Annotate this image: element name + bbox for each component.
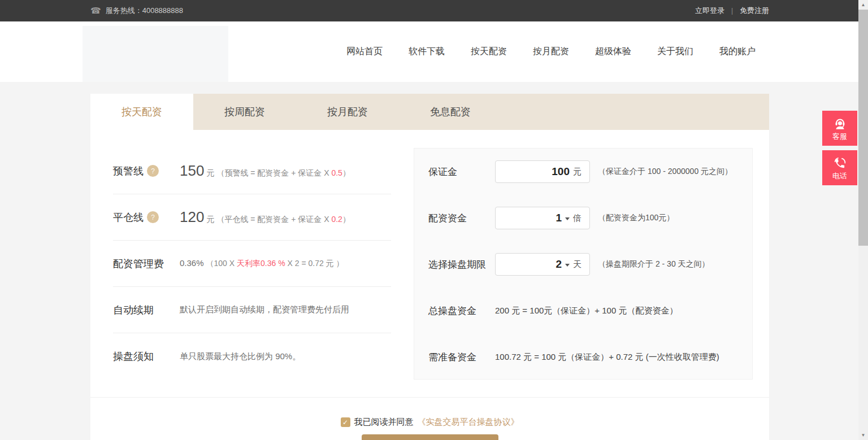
prepare-funds-row: 需准备资金 100.72 元 = 100 元（保证金）+ 0.72 元 (一次性… — [428, 334, 752, 380]
period-hint: （操盘期限介于 2 - 30 天之间） — [598, 259, 710, 269]
leverage-hint: （配资资金为100元） — [598, 213, 674, 223]
tab-daily[interactable]: 按天配资 — [90, 94, 193, 130]
submit-button[interactable] — [362, 434, 498, 440]
main-nav: 网站首页 软件下载 按天配资 按月配资 超级体验 关于我们 我的账户 — [90, 21, 868, 82]
customer-service-label: 客服 — [832, 133, 847, 140]
auto-renew-label: 自动续期 — [113, 303, 154, 317]
tab-weekly[interactable]: 按周配资 — [193, 94, 296, 130]
auto-renew-row: 自动续期 默认开启到期自动续期，配资管理费先付后用 — [113, 287, 391, 333]
close-line-label: 平仓线 — [113, 211, 144, 224]
period-row: 选择操盘期限 2 天 （操盘期限介于 2 - 30 天之间） — [428, 241, 752, 287]
auto-renew-desc: 默认开启到期自动续期，配资管理费先付后用 — [180, 304, 349, 315]
login-link[interactable]: 立即登录 — [695, 6, 724, 16]
close-line-row: 平仓线 ? 120 元 （平仓线 = 配资资金 + 保证金 X 0.2） — [113, 194, 391, 241]
agreement-text: 我已阅读并同意 — [354, 417, 414, 428]
warning-line-unit: 元 — [206, 168, 214, 178]
management-fee-label: 配资管理费 — [113, 257, 164, 271]
leverage-row: 配资资金 1 倍 （配资资金为100元） — [428, 195, 752, 241]
agreement-checkbox[interactable]: ✓ — [341, 417, 350, 427]
trading-notice-row: 操盘须知 单只股票最大持仓比例为 90%。 — [113, 333, 391, 380]
phone-icon: ☎ — [90, 6, 101, 16]
hotline-text: 服务热线：4008888888 — [106, 6, 183, 16]
phone-icon — [832, 156, 848, 171]
contact-float: 客服 电话 — [822, 111, 857, 190]
margin-label: 保证金 — [428, 165, 495, 178]
scrollbar: ▲ ▼ — [858, 0, 868, 440]
margin-row: 保证金 100 元 （保证金介于 100 - 2000000 元之间） — [428, 149, 752, 195]
trading-notice-label: 操盘须知 — [113, 350, 154, 363]
total-funds-label: 总操盘资金 — [428, 304, 495, 317]
scrollbar-thumb[interactable] — [858, 10, 868, 246]
warning-line-formula: （预警线 = 配资资金 + 保证金 X 0.5） — [216, 168, 350, 178]
total-funds-row: 总操盘资金 200 元 = 100元（保证金）+ 100 元（配资资金） — [428, 287, 752, 334]
header: 网站首页 软件下载 按天配资 按月配资 超级体验 关于我们 我的账户 — [0, 21, 868, 82]
management-fee-formula: （100 X 天利率0.36 % X 2 = 0.72 元 ） — [206, 259, 344, 269]
management-fee-row: 配资管理费 0.36% （100 X 天利率0.36 % X 2 = 0.72 … — [113, 241, 391, 287]
margin-input[interactable]: 100 元 — [495, 160, 590, 183]
hotline: ☎ 服务热线：4008888888 — [90, 6, 183, 16]
scroll-up-icon[interactable]: ▲ — [858, 0, 868, 10]
warning-line-row: 预警线 ? 150 元 （预警线 = 配资资金 + 保证金 X 0.5） — [113, 148, 391, 194]
auth-divider: | — [731, 7, 733, 15]
margin-hint: （保证金介于 100 - 2000000 元之间） — [598, 167, 732, 177]
period-select[interactable]: 2 天 — [495, 253, 590, 276]
total-funds-text: 200 元 = 100元（保证金）+ 100 元（配资资金） — [495, 306, 678, 316]
close-line-formula: （平仓线 = 配资资金 + 保证金 X 0.2） — [216, 215, 350, 225]
nav-item-monthly[interactable]: 按月配资 — [533, 46, 569, 58]
agreement-row: ✓ 我已阅读并同意 《实盘交易平台操盘协议》 — [90, 417, 769, 428]
section-divider — [90, 397, 769, 398]
headset-icon — [832, 116, 848, 132]
tab-monthly[interactable]: 按月配资 — [296, 94, 399, 130]
trading-notice-desc: 单只股票最大持仓比例为 90%。 — [180, 351, 301, 362]
nav-item-account[interactable]: 我的账户 — [719, 46, 756, 58]
phone-call-button[interactable]: 电话 — [822, 150, 857, 185]
warning-line-value: 150 — [180, 162, 204, 180]
question-icon[interactable]: ? — [147, 165, 159, 177]
agreement-link[interactable]: 《实盘交易平台操盘协议》 — [418, 417, 519, 428]
warning-line-label: 预警线 — [113, 164, 144, 178]
chevron-down-icon — [565, 217, 570, 220]
info-column: 预警线 ? 150 元 （预警线 = 配资资金 + 保证金 X 0.5） 平仓线… — [113, 148, 391, 380]
period-label: 选择操盘期限 — [428, 258, 495, 271]
nav-item-experience[interactable]: 超级体验 — [595, 46, 631, 58]
nav-item-daily[interactable]: 按天配资 — [471, 46, 507, 58]
close-line-value: 120 — [180, 208, 204, 226]
close-line-unit: 元 — [206, 215, 214, 225]
tab-interest-free[interactable]: 免息配资 — [399, 94, 502, 130]
prepare-funds-label: 需准备资金 — [428, 351, 495, 364]
phone-call-label: 电话 — [832, 172, 847, 180]
question-icon[interactable]: ? — [147, 211, 159, 223]
financing-tabs: 按天配资 按周配资 按月配资 免息配资 — [90, 94, 769, 130]
chevron-down-icon — [565, 264, 570, 267]
management-fee-value: 0.36% — [180, 258, 204, 268]
financing-card: 按天配资 按周配资 按月配资 免息配资 预警线 ? 150 元 （预警线 = 配… — [90, 94, 769, 440]
nav-item-about[interactable]: 关于我们 — [657, 46, 693, 58]
prepare-funds-text: 100.72 元 = 100 元（保证金）+ 0.72 元 (一次性收取管理费) — [495, 352, 719, 363]
leverage-label: 配资资金 — [428, 212, 495, 225]
leverage-select[interactable]: 1 倍 — [495, 207, 590, 229]
order-panel: 保证金 100 元 （保证金介于 100 - 2000000 元之间） 配资资金… — [414, 148, 753, 380]
register-link[interactable]: 免费注册 — [740, 6, 769, 16]
scroll-down-icon[interactable]: ▼ — [858, 430, 868, 440]
nav-item-download[interactable]: 软件下载 — [409, 46, 445, 58]
topbar: ☎ 服务热线：4008888888 立即登录 | 免费注册 — [0, 0, 868, 21]
customer-service-button[interactable]: 客服 — [822, 111, 857, 146]
nav-item-home[interactable]: 网站首页 — [346, 46, 383, 58]
